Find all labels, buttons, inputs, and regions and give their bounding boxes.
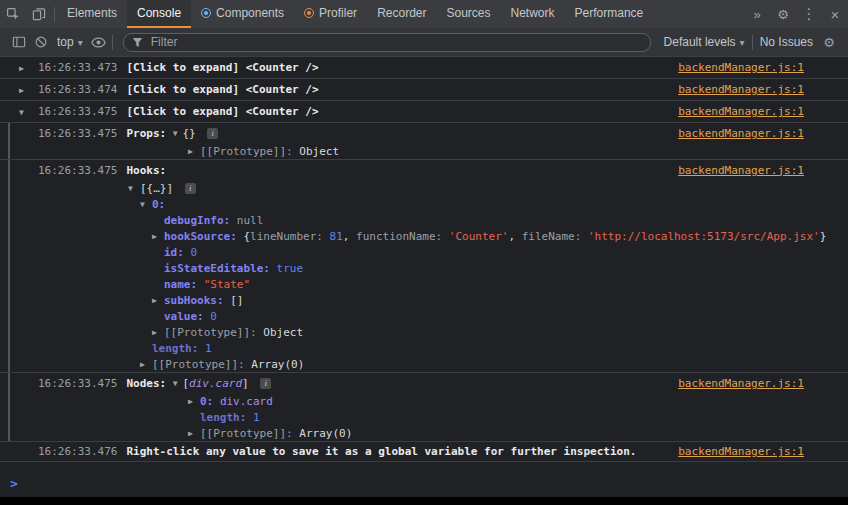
console-text: 0 — [191, 246, 198, 259]
tab-label: Recorder — [377, 6, 426, 20]
inspect-cursor-icon — [6, 7, 20, 21]
source-link[interactable]: backendManager.js:1 — [678, 105, 804, 118]
close-devtools-button[interactable]: × — [822, 0, 848, 28]
expand-arrow-icon[interactable]: ▶ — [152, 296, 164, 305]
console-text: ] — [242, 377, 255, 390]
tab-strip: ElementsConsoleComponentsProfilerRecorde… — [57, 0, 653, 28]
issues-label: No Issues — [760, 35, 813, 49]
issues-counter[interactable]: No Issues — [755, 35, 818, 49]
console-message: length: 1 — [0, 340, 848, 356]
console-message: ▶16:26:33.473[Click to expand] <Counter … — [0, 56, 848, 78]
toolbar-divider — [54, 7, 55, 22]
console-text: Array(0) — [251, 358, 304, 371]
info-icon: i — [185, 183, 196, 194]
console-message: name: "State" — [0, 276, 848, 292]
expand-arrow-icon[interactable]: ▶ — [152, 232, 164, 241]
expand-arrow-icon[interactable]: ▶ — [140, 360, 152, 369]
expand-arrow-icon[interactable]: ▶ — [188, 429, 200, 438]
toolbar-divider — [112, 35, 113, 50]
execution-context-selector[interactable]: top ▾ — [52, 35, 88, 49]
console-sidebar-toggle-button[interactable] — [8, 31, 30, 53]
console-panel: ▶16:26:33.473[Click to expand] <Counter … — [0, 56, 848, 497]
console-text: , — [508, 230, 521, 243]
expand-arrow-icon[interactable]: ▼ — [140, 200, 152, 209]
expand-arrow-icon[interactable]: ▶ — [188, 397, 200, 406]
console-message: ▼[{…}] i — [0, 180, 848, 196]
tab-sources[interactable]: Sources — [436, 0, 500, 28]
console-message: ▶[[Prototype]]: Array(0) — [0, 356, 848, 372]
more-tabs-button[interactable]: » — [744, 0, 770, 28]
console-message: 16:26:33.475Hooks: backendManager.js:1 — [0, 159, 848, 180]
console-prompt[interactable]: > — [10, 476, 18, 491]
console-text: length: — [152, 342, 205, 355]
source-link[interactable]: backendManager.js:1 — [678, 377, 804, 390]
console-text: null — [237, 214, 264, 227]
console-text: 1 — [253, 411, 260, 424]
tab-recorder[interactable]: Recorder — [367, 0, 436, 28]
bottom-bar — [0, 497, 848, 505]
filter-input[interactable] — [149, 34, 642, 50]
timestamp: 16:26:33.476 — [38, 445, 117, 458]
device-toolbar-button[interactable] — [26, 0, 52, 28]
device-toolbar-icon — [32, 7, 46, 21]
devtools-tab-bar: ElementsConsoleComponentsProfilerRecorde… — [0, 0, 848, 28]
console-settings-button[interactable]: ⚙ — [818, 31, 840, 53]
console-message: length: 1 — [0, 409, 848, 425]
console-text: "State" — [204, 278, 250, 291]
console-text: hookSource: — [164, 230, 243, 243]
source-link[interactable]: backendManager.js:1 — [678, 445, 804, 458]
console-text: [] — [230, 294, 243, 307]
expand-arrow-icon[interactable]: ▼ — [128, 184, 140, 193]
console-text: 1 — [205, 342, 212, 355]
expand-arrow-icon[interactable]: ▶ — [19, 63, 24, 72]
source-link[interactable]: backendManager.js:1 — [678, 61, 804, 74]
tab-label: Console — [137, 6, 181, 20]
live-expression-button[interactable] — [88, 31, 110, 53]
overflow-menu-button[interactable]: ⋮ — [796, 0, 822, 28]
console-message: value: 0 — [0, 308, 848, 324]
tab-profiler[interactable]: Profiler — [294, 0, 367, 28]
expand-arrow-icon[interactable]: ▶ — [19, 85, 24, 94]
console-text: lineNumber: — [250, 230, 329, 243]
tab-label: Elements — [67, 6, 117, 20]
tab-performance[interactable]: Performance — [565, 0, 654, 28]
tab-network[interactable]: Network — [501, 0, 565, 28]
expand-arrow-icon[interactable]: ▶ — [188, 147, 200, 156]
console-message: 16:26:33.475Nodes: ▼ [div.card] ibackend… — [0, 372, 848, 393]
source-link[interactable]: backendManager.js:1 — [678, 164, 804, 177]
console-text: { — [243, 230, 250, 243]
expand-arrow-icon[interactable]: ▶ — [152, 328, 164, 337]
console-message: ▶[[Prototype]]: Object — [0, 324, 848, 340]
inspect-element-button[interactable] — [0, 0, 26, 28]
log-levels-dropdown[interactable]: Default levels ▾ — [659, 35, 750, 49]
tab-label: Sources — [446, 6, 490, 20]
tab-components[interactable]: Components — [191, 0, 294, 28]
timestamp: 16:26:33.475 — [38, 127, 117, 140]
console-message: isStateEditable: true — [0, 260, 848, 276]
timestamp: 16:26:33.474 — [38, 83, 117, 96]
tab-console[interactable]: Console — [127, 0, 191, 28]
tab-elements[interactable]: Elements — [57, 0, 127, 28]
source-link[interactable]: backendManager.js:1 — [678, 83, 804, 96]
tab-label: Profiler — [319, 6, 357, 20]
tab-label: Performance — [575, 6, 644, 20]
console-text: fileName: — [522, 230, 588, 243]
expand-arrow-icon[interactable]: ▼ — [19, 107, 24, 116]
clear-console-button[interactable] — [30, 31, 52, 53]
console-message: debugInfo: null — [0, 212, 848, 228]
source-link[interactable]: backendManager.js:1 — [678, 127, 804, 140]
settings-button[interactable]: ⚙ — [770, 0, 796, 28]
info-icon: i — [207, 128, 218, 139]
console-text: [Click to expand] <Counter /> — [126, 105, 318, 118]
console-message: ▶16:26:33.474[Click to expand] <Counter … — [0, 78, 848, 100]
log-levels-label: Default levels — [664, 35, 736, 49]
react-logo-icon — [304, 8, 314, 18]
console-text: div.card — [189, 377, 242, 390]
execution-context-label: top — [57, 35, 74, 49]
console-message: 16:26:33.475Props: ▼ {} ibackendManager.… — [0, 122, 848, 143]
console-message: ▶[[Prototype]]: Object — [0, 143, 848, 159]
console-sidebar-icon — [12, 35, 26, 49]
console-message: 16:26:33.476Right-click any value to sav… — [0, 441, 848, 462]
console-text: } — [820, 230, 827, 243]
console-text: Props: — [126, 127, 172, 140]
